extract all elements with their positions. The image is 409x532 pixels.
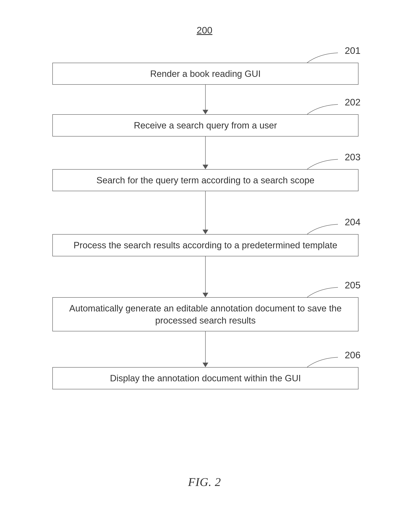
diagram-number: 200 <box>0 25 409 36</box>
leader-line-icon <box>307 223 340 239</box>
flow-step-box: Automatically generate an editable annot… <box>52 297 358 332</box>
figure-caption: FIG. 2 <box>0 475 409 489</box>
arrow-down-icon <box>203 136 208 169</box>
arrow-down-icon <box>203 85 208 114</box>
leader-line-icon <box>307 356 340 372</box>
flowchart: 201Render a book reading GUI202Receive a… <box>52 63 358 389</box>
leader-line-icon <box>307 286 340 302</box>
flow-step: 205Automatically generate an editable an… <box>52 297 358 332</box>
leader-line-icon <box>307 103 340 119</box>
flow-step: 201Render a book reading GUI <box>52 63 358 85</box>
flow-step: 206Display the annotation document withi… <box>52 367 358 389</box>
page: 200 201Render a book reading GUI202Recei… <box>0 0 409 532</box>
flow-step: 202Receive a search query from a user <box>52 114 358 136</box>
leader-line-icon <box>307 158 340 174</box>
flow-step: 204Process the search results according … <box>52 234 358 256</box>
leader-line-icon <box>307 51 340 68</box>
reference-number: 203 <box>345 152 361 163</box>
arrow-down-icon <box>203 191 208 234</box>
reference-number: 202 <box>345 97 361 108</box>
arrow-down-icon <box>203 331 208 367</box>
flow-step: 203Search for the query term according t… <box>52 169 358 191</box>
reference-number: 201 <box>345 45 361 56</box>
reference-number: 204 <box>345 217 361 228</box>
reference-number: 205 <box>345 280 361 291</box>
reference-number: 206 <box>345 350 361 361</box>
arrow-down-icon <box>203 256 208 297</box>
